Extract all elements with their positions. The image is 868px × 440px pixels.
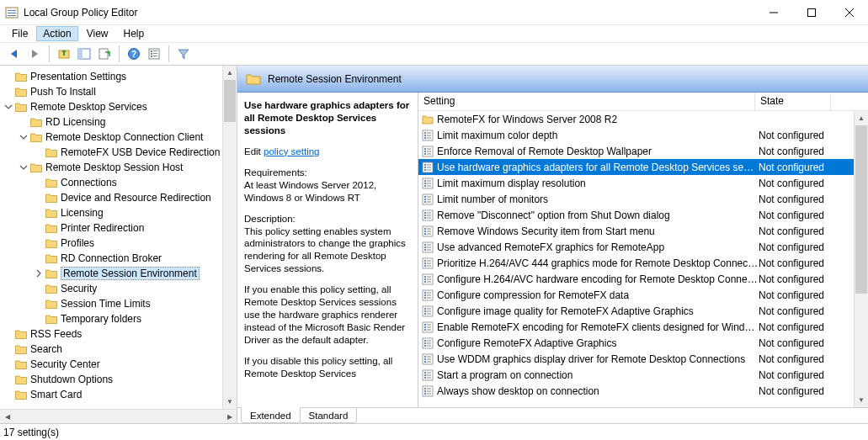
tree-item[interactable]: Device and Resource Redirection bbox=[0, 190, 222, 205]
list-row[interactable]: Use advanced RemoteFX graphics for Remot… bbox=[418, 239, 868, 255]
collapse-icon[interactable] bbox=[19, 162, 29, 172]
list-row[interactable]: Configure RemoteFX Adaptive GraphicsNot … bbox=[418, 335, 868, 351]
minimize-button[interactable] bbox=[754, 0, 792, 25]
edit-policy-link[interactable]: policy setting bbox=[264, 146, 319, 156]
tree-label: RemoteFX USB Device Redirection bbox=[61, 146, 220, 158]
svg-rect-46 bbox=[427, 180, 431, 181]
show-hide-tree-button[interactable] bbox=[75, 45, 93, 63]
svg-rect-39 bbox=[427, 164, 431, 165]
list-row[interactable]: Enforce Removal of Remote Desktop Wallpa… bbox=[418, 143, 868, 159]
list-row[interactable]: Enable RemoteFX encoding for RemoteFX cl… bbox=[418, 319, 868, 335]
tree-item[interactable]: Connections bbox=[0, 175, 222, 190]
expand-icon[interactable] bbox=[34, 268, 44, 278]
svg-rect-92 bbox=[424, 292, 426, 294]
tree-item[interactable]: Licensing bbox=[0, 205, 222, 220]
setting-name: Use advanced RemoteFX graphics for Remot… bbox=[437, 241, 759, 253]
tree-item[interactable]: Remote Desktop Session Host bbox=[0, 160, 222, 175]
tree-label: Connections bbox=[61, 177, 117, 188]
tab-extended[interactable]: Extended bbox=[241, 407, 301, 423]
collapse-icon[interactable] bbox=[3, 102, 13, 112]
svg-rect-88 bbox=[427, 276, 431, 277]
svg-rect-125 bbox=[427, 361, 431, 362]
scroll-left-icon[interactable]: ◀ bbox=[0, 410, 14, 423]
up-button[interactable] bbox=[55, 45, 73, 63]
menu-help[interactable]: Help bbox=[117, 26, 152, 41]
tree-item[interactable]: Remote Session Environment bbox=[0, 266, 222, 281]
list-row[interactable]: Configure compression for RemoteFX dataN… bbox=[418, 287, 868, 303]
scroll-thumb[interactable] bbox=[224, 80, 236, 122]
list-row[interactable]: Limit maximum display resolutionNot conf… bbox=[418, 175, 868, 191]
tree-item[interactable]: RD Connection Broker bbox=[0, 251, 222, 266]
tree-item[interactable]: Remote Desktop Services bbox=[0, 99, 222, 114]
export-list-button[interactable] bbox=[95, 45, 114, 63]
scroll-up-icon[interactable]: ▲ bbox=[223, 66, 237, 80]
tree-item[interactable]: Presentation Settings bbox=[0, 69, 222, 84]
tree-item[interactable]: Security bbox=[0, 281, 222, 296]
tree-item[interactable]: Profiles bbox=[0, 236, 222, 251]
tree-item[interactable]: RSS Feeds bbox=[0, 326, 222, 342]
svg-rect-36 bbox=[424, 164, 426, 166]
list-row[interactable]: Configure H.264/AVC hardware encoding fo… bbox=[418, 271, 868, 287]
tree-item[interactable]: Session Time Limits bbox=[0, 296, 222, 311]
list-row[interactable]: Always show desktop on connectionNot con… bbox=[418, 383, 868, 399]
maximize-button[interactable] bbox=[792, 0, 830, 25]
list-row[interactable]: Start a program on connectionNot configu… bbox=[418, 367, 868, 383]
list-body[interactable]: RemoteFX for Windows Server 2008 R2Limit… bbox=[418, 111, 868, 407]
svg-rect-111 bbox=[427, 329, 431, 330]
scroll-right-icon[interactable]: ▶ bbox=[222, 410, 237, 423]
svg-rect-32 bbox=[427, 148, 431, 149]
tree-item[interactable]: Security Center bbox=[0, 357, 222, 372]
column-setting[interactable]: Setting bbox=[418, 93, 755, 110]
tree[interactable]: Presentation SettingsPush To InstallRemo… bbox=[0, 66, 222, 409]
tab-standard[interactable]: Standard bbox=[300, 408, 358, 423]
scroll-down-icon[interactable]: ▼ bbox=[223, 395, 237, 409]
tree-item[interactable]: Printer Redirection bbox=[0, 220, 222, 236]
scroll-down-icon[interactable]: ▼ bbox=[855, 393, 868, 407]
list-row[interactable]: Prioritize H.264/AVC 444 graphics mode f… bbox=[418, 255, 868, 271]
svg-rect-29 bbox=[424, 148, 426, 150]
menu-action[interactable]: Action bbox=[36, 26, 77, 41]
menu-file[interactable]: File bbox=[5, 26, 35, 41]
list-row[interactable]: Use WDDM graphics display driver for Rem… bbox=[418, 351, 868, 367]
toolbar-divider bbox=[119, 45, 120, 62]
tree-item[interactable]: RD Licensing bbox=[0, 114, 222, 130]
forward-button[interactable] bbox=[25, 45, 44, 63]
menu-view[interactable]: View bbox=[80, 26, 115, 41]
svg-rect-81 bbox=[427, 260, 431, 261]
tree-item[interactable]: Shutdown Options bbox=[0, 372, 222, 387]
list-row[interactable]: RemoteFX for Windows Server 2008 R2 bbox=[418, 111, 868, 127]
svg-rect-69 bbox=[427, 233, 431, 234]
back-button[interactable] bbox=[5, 45, 24, 63]
svg-rect-122 bbox=[424, 361, 426, 363]
properties-button[interactable] bbox=[145, 45, 163, 63]
content-header: Remote Session Environment bbox=[237, 66, 868, 93]
tree-item[interactable]: Remote Desktop Connection Client bbox=[0, 130, 222, 145]
tree-item[interactable]: Temporary folders bbox=[0, 311, 222, 326]
setting-state: Not configured bbox=[759, 209, 834, 221]
list-scrollbar-vertical[interactable]: ▲ ▼ bbox=[854, 111, 868, 407]
list-row[interactable]: Remove Windows Security item from Start … bbox=[418, 223, 868, 239]
svg-rect-61 bbox=[427, 215, 431, 215]
close-button[interactable] bbox=[830, 0, 868, 25]
list-row[interactable]: Limit maximum color depthNot configured bbox=[418, 127, 868, 143]
svg-rect-19 bbox=[153, 53, 157, 54]
collapse-icon[interactable] bbox=[19, 132, 29, 142]
column-state[interactable]: State bbox=[755, 93, 831, 110]
help-button[interactable]: ? bbox=[125, 45, 143, 63]
list-row[interactable]: Use hardware graphics adapters for all R… bbox=[418, 159, 868, 175]
list-row[interactable]: Limit number of monitorsNot configured bbox=[418, 191, 868, 207]
tree-scrollbar-vertical[interactable]: ▲ ▼ bbox=[222, 66, 237, 409]
scroll-up-icon[interactable]: ▲ bbox=[855, 111, 868, 125]
filter-button[interactable] bbox=[174, 45, 193, 63]
selected-setting-title: Use hardware graphics adapters for all R… bbox=[244, 99, 411, 137]
tree-item[interactable]: Smart Card bbox=[0, 387, 222, 402]
tree-item[interactable]: Search bbox=[0, 342, 222, 357]
tree-label: Session Time Limits bbox=[61, 298, 151, 310]
tree-item[interactable]: RemoteFX USB Device Redirection bbox=[0, 145, 222, 160]
scroll-thumb[interactable] bbox=[855, 125, 867, 294]
tree-item[interactable]: Push To Install bbox=[0, 84, 222, 99]
tree-scrollbar-horizontal[interactable]: ◀ ▶ bbox=[0, 409, 237, 423]
list-row[interactable]: Configure image quality for RemoteFX Ada… bbox=[418, 303, 868, 319]
list-row[interactable]: Remove "Disconnect" option from Shut Dow… bbox=[418, 207, 868, 223]
tree-label: Licensing bbox=[61, 207, 104, 219]
